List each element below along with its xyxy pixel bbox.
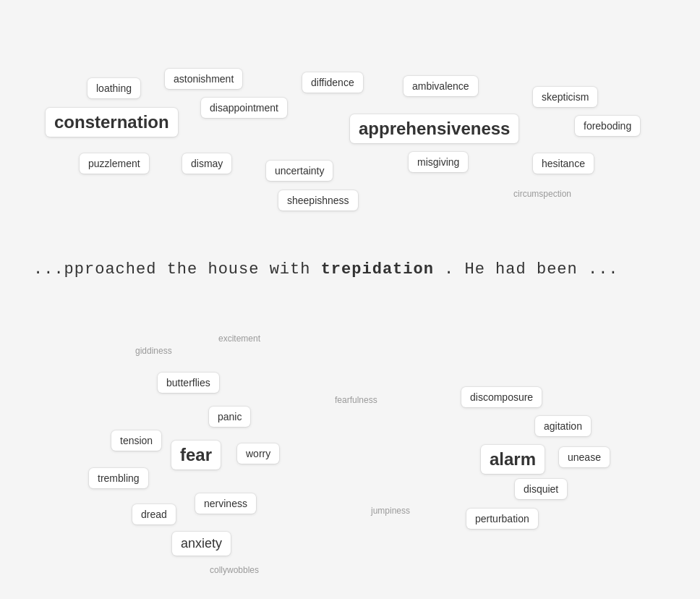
word-tag-hesitance[interactable]: hesitance [533,153,594,174]
word-tag-worry[interactable]: worry [237,443,279,464]
word-tag-giddiness[interactable]: giddiness [127,341,181,360]
word-tag-discomposure[interactable]: discomposure [461,387,542,407]
highlighted-word: trepidation [321,260,434,279]
word-tag-skepticism[interactable]: skepticism [533,87,597,107]
word-tag-foreboding[interactable]: foreboding [575,116,640,136]
word-tag-loathing[interactable]: loathing [88,78,140,98]
word-tag-fear[interactable]: fear [171,441,221,470]
word-tag-misgiving[interactable]: misgiving [409,152,468,172]
word-tag-excitement[interactable]: excitement [210,329,269,348]
word-tag-astonishment[interactable]: astonishment [165,69,242,89]
word-tag-ambivalence[interactable]: ambivalence [404,76,478,96]
word-tag-agitation[interactable]: agitation [535,416,591,436]
word-tag-nerviness[interactable]: nerviness [195,493,256,514]
word-tag-panic[interactable]: panic [209,407,250,427]
word-tag-diffidence[interactable]: diffidence [302,72,363,93]
word-tag-unease[interactable]: unease [559,447,610,467]
word-tag-dismay[interactable]: dismay [182,153,231,174]
word-tag-disquiet[interactable]: disquiet [515,479,567,499]
word-tag-jumpiness[interactable]: jumpiness [362,501,419,520]
context-sentence: ...pproached the house with trepidation … [33,260,619,279]
word-tag-butterflies[interactable]: butterflies [158,373,219,393]
word-tag-uncertainty[interactable]: uncertainty [266,161,333,181]
word-tag-disappointment[interactable]: disappointment [201,98,287,118]
word-tag-perturbation[interactable]: perturbation [466,509,538,529]
word-tag-collywobbles[interactable]: collywobbles [201,561,268,579]
word-tag-sheepishness[interactable]: sheepishness [278,190,358,211]
word-tag-trembling[interactable]: trembling [89,468,148,488]
word-tag-fearfulness[interactable]: fearfulness [326,391,386,409]
word-tag-apprehensiveness[interactable]: apprehensiveness [350,114,518,143]
word-tag-anxiety[interactable]: anxiety [172,532,231,556]
word-tag-consternation[interactable]: consternation [46,108,178,137]
word-tag-dread[interactable]: dread [132,504,176,524]
word-tag-circumspection[interactable]: circumspection [505,184,580,203]
word-tag-alarm[interactable]: alarm [481,445,545,474]
word-tag-puzzlement[interactable]: puzzlement [80,153,149,174]
word-tag-tension[interactable]: tension [111,430,161,451]
